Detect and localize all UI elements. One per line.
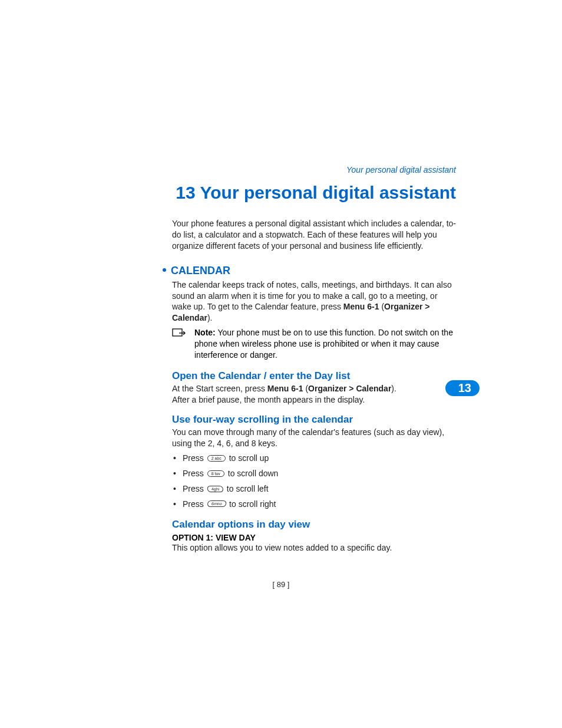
running-header: Your personal digital assistant (172, 165, 456, 174)
list-item: Press 8 tuv to scroll down (183, 467, 456, 480)
page-number: [ 89 ] (0, 580, 562, 589)
subheading-open-calendar: Open the Calendar / enter the Day list (172, 370, 456, 382)
open-calendar-paragraph: At the Start screen, press Menu 6-1 (Org… (172, 383, 406, 406)
svg-rect-0 (173, 329, 182, 336)
key-icon-2: 2 abc (207, 455, 226, 462)
option-body: This option allows you to view notes add… (172, 542, 456, 554)
key-icon-4: 4ghi (207, 486, 224, 492)
key-icon-6: 6mno (207, 500, 226, 507)
key-icon-8: 8 tuv (207, 470, 224, 477)
subheading-scrolling: Use four-way scrolling in the calendar (172, 414, 456, 426)
calendar-paragraph: The calendar keeps track of notes, calls… (172, 279, 456, 324)
note-icon (172, 328, 186, 341)
note-text: Note: Your phone must be on to use this … (194, 327, 456, 361)
list-item: Press 2 abc to scroll up (183, 452, 456, 465)
subheading-day-view: Calendar options in day view (172, 519, 456, 531)
option-heading: OPTION 1: VIEW DAY (172, 533, 456, 542)
list-item: Press 6mno to scroll right (183, 498, 456, 511)
list-item: Press 4ghi to scroll left (183, 483, 456, 496)
section-heading-calendar: CALENDAR (172, 265, 456, 277)
chapter-tab: 13 (445, 380, 480, 396)
scroll-list: Press 2 abc to scroll up Press 8 tuv to … (172, 452, 456, 510)
note-block: Note: Your phone must be on to use this … (172, 327, 456, 361)
chapter-number: 13 (176, 183, 195, 202)
chapter-title: 13 Your personal digital assistant (172, 183, 456, 203)
intro-paragraph: Your phone features a personal digital a… (172, 218, 456, 252)
scrolling-intro: You can move through many of the calenda… (172, 427, 456, 449)
bullet-icon (163, 268, 166, 272)
chapter-title-text: Your personal digital assistant (200, 183, 456, 202)
